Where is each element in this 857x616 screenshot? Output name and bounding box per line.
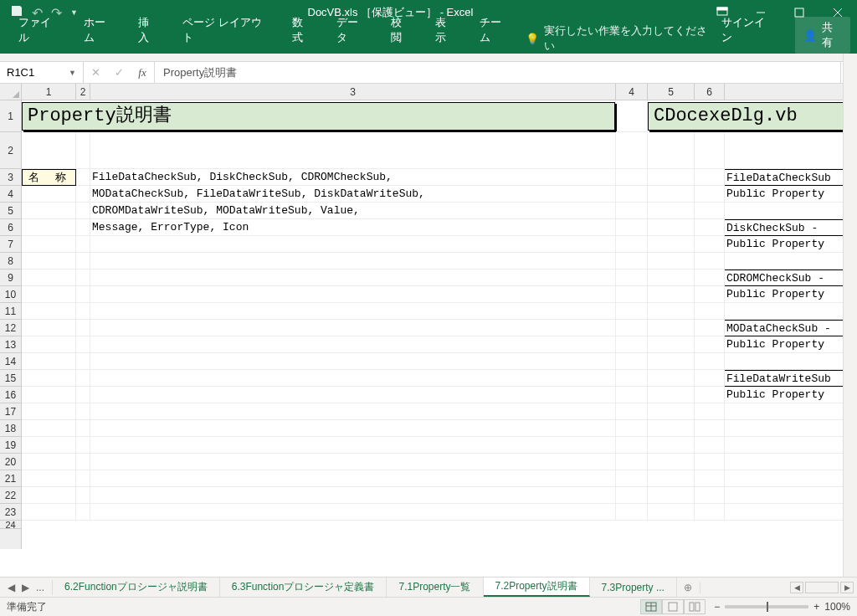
column-header[interactable]: 3 (90, 84, 616, 100)
zoom-level[interactable]: 100% (824, 601, 850, 613)
cell[interactable] (648, 454, 695, 470)
cell[interactable] (76, 186, 90, 203)
column-header[interactable]: 4 (616, 84, 648, 100)
cell[interactable] (22, 336, 76, 353)
sheet-title-right[interactable]: CDocexeDlg.vb (648, 102, 856, 131)
cell[interactable] (76, 203, 90, 219)
cell[interactable] (22, 420, 76, 437)
cell[interactable] (695, 219, 725, 236)
cell[interactable] (90, 253, 616, 270)
cell[interactable] (695, 132, 725, 169)
cell[interactable] (22, 219, 76, 236)
tab-view[interactable]: 表示 (423, 8, 468, 54)
cell[interactable] (22, 454, 76, 470)
column-header[interactable]: 5 (648, 84, 695, 100)
cell[interactable] (725, 470, 857, 487)
cell[interactable] (616, 169, 648, 186)
sheet-tab[interactable]: 6.3Functionプロシージャ定義書 (220, 578, 387, 597)
cell[interactable] (695, 504, 725, 521)
row-header[interactable]: 16 (0, 387, 21, 403)
row-header[interactable]: 14 (0, 353, 21, 370)
cell[interactable] (90, 286, 616, 303)
cell[interactable] (648, 219, 695, 236)
cell[interactable] (725, 454, 857, 470)
cell[interactable] (616, 487, 648, 504)
tab-scroll-left-icon[interactable]: ◀ (5, 580, 18, 595)
cell[interactable] (76, 320, 90, 336)
row-header[interactable]: 2 (0, 132, 21, 169)
tab-file[interactable]: ファイル (7, 8, 72, 54)
cell[interactable] (616, 403, 648, 420)
cell[interactable] (725, 420, 857, 437)
cell[interactable] (22, 370, 76, 387)
cell[interactable] (648, 186, 695, 203)
cell[interactable] (695, 186, 725, 203)
cell[interactable] (648, 420, 695, 437)
signin-link[interactable]: サインイン (710, 8, 785, 54)
cell[interactable] (76, 303, 90, 320)
cell[interactable] (725, 353, 857, 370)
row-header[interactable]: 13 (0, 336, 21, 353)
row-header[interactable]: 23 (0, 504, 21, 521)
cell-grid[interactable]: Property説明書CDocexeDlg.vb名 称FileDataCheck… (22, 100, 857, 549)
cell[interactable] (76, 437, 90, 454)
add-sheet-button[interactable]: ⊕ (677, 582, 700, 593)
cell[interactable] (90, 353, 616, 370)
tab-formulas[interactable]: 数式 (280, 8, 325, 54)
cell[interactable] (648, 437, 695, 454)
cell[interactable] (76, 169, 90, 186)
cell[interactable] (22, 403, 76, 420)
cell[interactable] (616, 470, 648, 487)
tab-team[interactable]: チーム (468, 8, 522, 54)
cell[interactable] (22, 387, 76, 403)
row-header[interactable]: 15 (0, 370, 21, 387)
cell[interactable] (22, 203, 76, 219)
cell[interactable] (76, 353, 90, 370)
cell[interactable] (90, 336, 616, 353)
page-break-view-icon[interactable] (684, 599, 706, 614)
cell[interactable] (22, 253, 76, 270)
cell[interactable] (695, 387, 725, 403)
cell[interactable] (76, 487, 90, 504)
tab-insert[interactable]: 挿入 (126, 8, 171, 54)
cell[interactable] (90, 236, 616, 253)
cell[interactable] (76, 403, 90, 420)
cell[interactable] (616, 203, 648, 219)
cell[interactable] (90, 320, 616, 336)
cell[interactable] (616, 336, 648, 353)
right-overflow-cell[interactable]: CDROMCheckSub - (725, 270, 857, 286)
cell[interactable] (616, 370, 648, 387)
cell[interactable]: FileDataCheckSub, DiskCheckSub, CDROMChe… (90, 169, 616, 186)
cell[interactable] (695, 370, 725, 387)
cell[interactable] (695, 286, 725, 303)
cell[interactable] (648, 203, 695, 219)
cell[interactable] (616, 253, 648, 270)
cell[interactable] (648, 169, 695, 186)
cell[interactable] (616, 219, 648, 236)
column-headers[interactable]: 123456 (22, 84, 857, 100)
cell[interactable] (90, 504, 616, 521)
row-header[interactable]: 11 (0, 303, 21, 320)
cell[interactable] (22, 504, 76, 521)
tab-data[interactable]: データ (325, 8, 379, 54)
cell[interactable] (616, 303, 648, 320)
cell[interactable] (22, 186, 76, 203)
cell[interactable] (22, 286, 76, 303)
zoom-out-button[interactable]: − (714, 601, 720, 613)
row-header[interactable]: 5 (0, 203, 21, 219)
right-overflow-cell[interactable]: Public Property (725, 186, 857, 203)
cell[interactable] (616, 353, 648, 370)
cell[interactable] (76, 387, 90, 403)
cell[interactable] (725, 437, 857, 454)
row-header[interactable]: 22 (0, 487, 21, 504)
row-header[interactable]: 24 (0, 521, 21, 529)
cell[interactable] (695, 203, 725, 219)
cell[interactable] (648, 253, 695, 270)
right-overflow-cell[interactable]: Public Property (725, 286, 857, 303)
formula-input[interactable]: Property説明書 (155, 62, 840, 83)
row-header[interactable]: 3 (0, 169, 21, 186)
cell[interactable] (76, 454, 90, 470)
row-headers[interactable]: 123456789101112131415161718192021222324 (0, 100, 22, 549)
cell[interactable] (648, 286, 695, 303)
cell[interactable] (76, 236, 90, 253)
